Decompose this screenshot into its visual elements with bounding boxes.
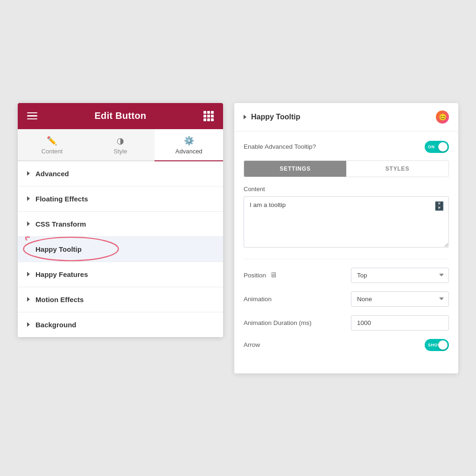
section-title-text: Happy Tooltip — [251, 113, 300, 121]
animation-label-text: Animation — [244, 296, 272, 303]
animation-duration-label: Animation Duration (ms) — [244, 319, 312, 326]
arrow-toggle-wrap: SHOW — [425, 339, 449, 351]
arrow-icon — [27, 272, 30, 276]
animation-label: Animation — [244, 296, 272, 303]
tab-content[interactable]: ✏️ Content — [18, 129, 86, 160]
grid-icon[interactable] — [203, 111, 214, 121]
panel-header: Edit Button — [18, 103, 223, 129]
plugin-emoji: 😊 — [439, 113, 447, 121]
animation-duration-label-text: Animation Duration (ms) — [244, 319, 312, 326]
arrow-icon — [27, 297, 30, 302]
sub-tab-styles-label: STYLES — [385, 166, 409, 172]
sub-tab-settings-label: SETTINGS — [280, 166, 310, 172]
toggle-thumb — [438, 142, 448, 152]
hamburger-icon[interactable] — [27, 112, 37, 120]
tab-style[interactable]: ◑ Style — [86, 129, 155, 160]
happy-plugin-icon: 😊 — [436, 110, 449, 124]
accordion-list: Advanced Floating Effects CSS Transform … — [18, 161, 223, 337]
accordion-label: Happy Tooltip — [35, 245, 82, 253]
arrow-icon — [27, 221, 30, 226]
sub-tab-styles[interactable]: STYLES — [346, 161, 448, 177]
arrow-icon — [27, 322, 30, 327]
tabs-row: ✏️ Content ◑ Style ⚙️ Advanced — [18, 129, 223, 161]
arrow-icon — [27, 196, 30, 201]
accordion-label: Floating Effects — [35, 195, 88, 203]
right-content: Enable Advanced Tooltip? ON SETTINGS STY… — [234, 131, 458, 351]
accordion-item-advanced[interactable]: Advanced — [18, 161, 223, 186]
accordion-item-background[interactable]: Background — [18, 312, 223, 337]
accordion-item-floating[interactable]: Floating Effects — [18, 186, 223, 212]
animation-duration-input[interactable] — [351, 315, 449, 331]
content-textarea[interactable]: I am a tooltip — [244, 196, 449, 248]
section-arrow-icon — [244, 115, 246, 119]
panel-title: Edit Button — [94, 110, 146, 121]
accordion-label: CSS Transform — [35, 220, 86, 228]
arrow-icon — [27, 171, 30, 176]
enable-toggle-wrap: ON — [425, 141, 449, 153]
position-label: Position 🖥 — [244, 271, 277, 279]
accordion-item-motion[interactable]: Motion Effects — [18, 287, 223, 312]
accordion-item-happy-features[interactable]: Happy Features — [18, 262, 223, 287]
position-select[interactable]: Top Bottom Left Right — [351, 268, 449, 283]
tab-advanced-label: Advanced — [175, 148, 203, 155]
enable-toggle[interactable]: ON — [425, 141, 449, 153]
right-section-title: Happy Tooltip — [244, 113, 300, 121]
accordion-item-css[interactable]: CSS Transform — [18, 212, 223, 237]
textarea-wrap: I am a tooltip 🗄️ — [244, 196, 449, 249]
arrow-row: Arrow SHOW — [244, 339, 449, 351]
arrow-toggle[interactable]: SHOW — [425, 339, 449, 351]
arrow-label: Arrow — [244, 341, 260, 348]
position-label-text: Position — [244, 272, 266, 279]
right-panel: Happy Tooltip 😊 Enable Advanced Tooltip?… — [234, 103, 458, 373]
enable-tooltip-row: Enable Advanced Tooltip? ON — [244, 141, 449, 153]
animation-duration-row: Animation Duration (ms) — [244, 315, 449, 331]
right-section-header: Happy Tooltip 😊 — [234, 103, 458, 131]
tab-style-label: Style — [114, 148, 127, 155]
tab-advanced[interactable]: ⚙️ Advanced — [154, 129, 223, 160]
content-section-label: Content — [244, 186, 449, 193]
animation-select[interactable]: None Fade Slide — [351, 291, 449, 307]
accordion-label: Motion Effects — [35, 296, 84, 304]
accordion-label: Background — [35, 321, 77, 329]
accordion-item-happy-tooltip[interactable]: Happy Tooltip — [18, 237, 223, 262]
toggle-on-text: ON — [428, 145, 435, 149]
left-panel: Edit Button ✏️ Content ◑ Style ⚙️ Advanc… — [18, 103, 223, 337]
sub-tabs: SETTINGS STYLES — [244, 160, 449, 177]
position-row: Position 🖥 Top Bottom Left Right — [244, 268, 449, 283]
pencil-icon: ✏️ — [47, 136, 57, 146]
tab-content-label: Content — [42, 148, 63, 155]
database-icon[interactable]: 🗄️ — [434, 201, 444, 211]
animation-row: Animation None Fade Slide — [244, 291, 449, 307]
accordion-label: Happy Features — [35, 270, 88, 278]
arrow-label-text: Arrow — [244, 341, 260, 348]
arrow-toggle-thumb — [438, 340, 448, 350]
enable-tooltip-label: Enable Advanced Tooltip? — [244, 143, 316, 150]
contrast-icon: ◑ — [117, 136, 124, 146]
divider — [244, 259, 449, 259]
gear-icon: ⚙️ — [184, 136, 194, 146]
sub-tab-settings[interactable]: SETTINGS — [244, 161, 346, 177]
monitor-icon: 🖥 — [270, 271, 277, 279]
accordion-label: Advanced — [35, 170, 69, 178]
